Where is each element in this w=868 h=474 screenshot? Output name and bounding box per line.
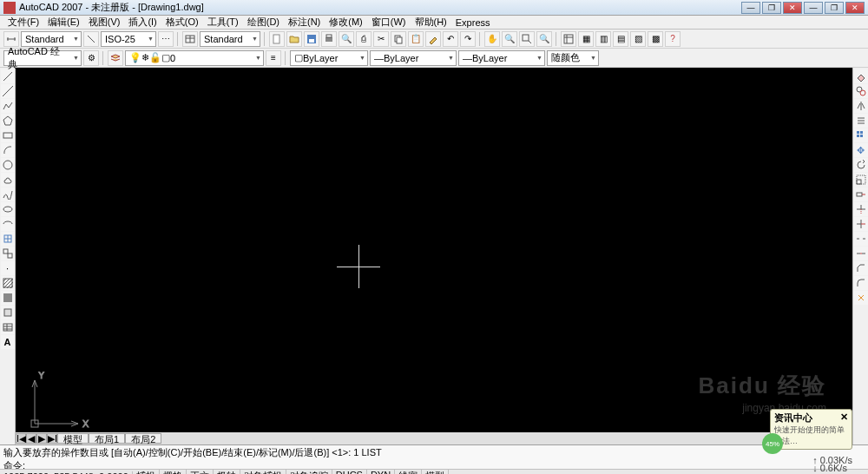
array-icon[interactable]: [854, 128, 868, 142]
menu-item[interactable]: 标注(N): [284, 15, 325, 30]
tab-nav-button[interactable]: ▶: [36, 433, 47, 444]
color-dropdown[interactable]: ▢ ByLayer: [290, 50, 368, 66]
tablestyle-dropdown[interactable]: Standard: [200, 31, 260, 47]
pline-icon[interactable]: [1, 99, 15, 113]
layer-dropdown[interactable]: 💡❄🔓▢ 0: [125, 50, 264, 66]
tablestyle-icon[interactable]: [182, 31, 198, 47]
move-icon[interactable]: ✥: [854, 143, 868, 157]
polygon-icon[interactable]: [1, 114, 15, 128]
mirror-icon[interactable]: [854, 99, 868, 113]
status-mode-button[interactable]: 对象追踪: [286, 470, 332, 474]
dim-update-icon[interactable]: ⋯: [158, 31, 174, 47]
table-icon[interactable]: [1, 320, 15, 334]
command-line[interactable]: 输入要放弃的操作数目或 [自动(A)/控制(C)/开始(BE)/结束(E)/标记…: [0, 444, 868, 469]
trim-icon[interactable]: [854, 202, 868, 216]
help-icon[interactable]: ?: [665, 31, 681, 47]
zoom-prev-icon[interactable]: 🔍: [536, 31, 552, 47]
status-mode-button[interactable]: 模型: [422, 470, 449, 474]
status-mode-button[interactable]: DYN: [367, 470, 395, 474]
menu-item[interactable]: 帮助(H): [411, 15, 451, 30]
mtext-icon[interactable]: A: [1, 335, 15, 349]
menu-item[interactable]: 格式(O): [161, 15, 203, 30]
rotate-icon[interactable]: [854, 158, 868, 172]
status-mode-button[interactable]: 线宽: [395, 470, 422, 474]
coordinates[interactable]: 1035.7020, 535.5448, 0.0000: [0, 471, 133, 475]
dimstyle-dropdown[interactable]: ISO-25: [101, 31, 156, 47]
calc-icon[interactable]: ▩: [648, 31, 663, 47]
status-mode-button[interactable]: DUCS: [332, 470, 367, 474]
extend-icon[interactable]: [854, 217, 868, 231]
save-icon[interactable]: [304, 31, 319, 47]
xline-icon[interactable]: [1, 84, 15, 98]
menu-item[interactable]: 绘图(D): [243, 15, 284, 30]
status-mode-button[interactable]: 对象捕捉: [240, 470, 286, 474]
chamfer-icon[interactable]: [854, 261, 868, 275]
menu-item[interactable]: 视图(V): [84, 15, 125, 30]
print-icon[interactable]: [321, 31, 337, 47]
block-icon[interactable]: [1, 247, 15, 260]
linetype-dropdown[interactable]: — ByLayer: [370, 50, 457, 66]
undo-icon[interactable]: ↶: [443, 31, 458, 47]
layout-tab[interactable]: 布局1: [89, 433, 125, 444]
rectangle-icon[interactable]: [1, 128, 15, 142]
status-mode-button[interactable]: 捕捉: [133, 470, 160, 474]
doc-close-button[interactable]: ✕: [845, 2, 865, 14]
scale-icon[interactable]: [854, 173, 868, 187]
pan-icon[interactable]: ✋: [484, 31, 500, 47]
menu-item[interactable]: 插入(I): [124, 15, 161, 30]
properties-icon[interactable]: [561, 31, 576, 47]
matchprop-icon[interactable]: [425, 31, 441, 47]
menu-item[interactable]: 文件(F): [3, 15, 43, 30]
redo-icon[interactable]: ↷: [460, 31, 476, 47]
menu-item[interactable]: 编辑(E): [43, 15, 84, 30]
layout-tab[interactable]: 模型: [57, 433, 89, 444]
hatch-icon[interactable]: [1, 276, 15, 290]
popup-close-icon[interactable]: ✕: [840, 411, 848, 425]
preview-icon[interactable]: 🔍: [339, 31, 354, 47]
region-icon[interactable]: [1, 306, 15, 319]
plotstyle-dropdown[interactable]: 随颜色: [547, 50, 599, 66]
revcloud-icon[interactable]: [1, 173, 15, 187]
cut-icon[interactable]: ✂: [373, 31, 389, 47]
menu-item[interactable]: 修改(M): [325, 15, 367, 30]
restore-button[interactable]: ❐: [762, 2, 781, 14]
gradient-icon[interactable]: [1, 291, 15, 305]
break-icon[interactable]: [854, 232, 868, 246]
ellipsearc-icon[interactable]: [1, 217, 15, 231]
copy-icon[interactable]: [391, 31, 406, 47]
zoom-win-icon[interactable]: [519, 31, 535, 47]
menu-item[interactable]: 工具(T): [203, 15, 243, 30]
paste-icon[interactable]: 📋: [408, 31, 424, 47]
stretch-icon[interactable]: [854, 188, 868, 201]
dc-icon[interactable]: ▦: [578, 31, 594, 47]
menu-item[interactable]: Express: [451, 16, 495, 29]
status-mode-button[interactable]: 栅格: [160, 470, 187, 474]
lineweight-dropdown[interactable]: — ByLayer: [458, 50, 545, 66]
erase-icon[interactable]: [854, 69, 868, 83]
doc-minimize-button[interactable]: —: [804, 2, 823, 14]
markup-icon[interactable]: ▧: [630, 31, 646, 47]
copy-obj-icon[interactable]: [854, 84, 868, 98]
new-icon[interactable]: [269, 31, 285, 47]
publish-icon[interactable]: ⎙: [356, 31, 372, 47]
explode-icon[interactable]: [854, 291, 868, 305]
insert-icon[interactable]: [1, 232, 15, 246]
doc-restore-button[interactable]: ❐: [825, 2, 844, 14]
ws-settings-icon[interactable]: ⚙: [83, 50, 99, 66]
layout-tab[interactable]: 布局2: [125, 433, 161, 444]
ellipse-icon[interactable]: [1, 202, 15, 216]
tab-nav-button[interactable]: I◀: [16, 433, 26, 444]
join-icon[interactable]: [854, 247, 868, 260]
close-button[interactable]: ✕: [783, 2, 802, 14]
line-icon[interactable]: [1, 69, 15, 83]
tab-nav-button[interactable]: ◀: [26, 433, 36, 444]
tab-nav-button[interactable]: ▶I: [47, 433, 57, 444]
tp-icon[interactable]: ▥: [595, 31, 611, 47]
workspace-dropdown[interactable]: AutoCAD 经典: [3, 50, 82, 66]
status-mode-button[interactable]: 极轴: [214, 470, 240, 474]
point-icon[interactable]: ·: [1, 261, 15, 275]
circle-icon[interactable]: [1, 158, 15, 172]
layer-prev-icon[interactable]: ≡: [266, 50, 281, 66]
minimize-button[interactable]: —: [741, 2, 760, 14]
drawing-canvas[interactable]: Y X Baidu 经验 jingyan.baidu.com I◀◀▶▶I模型布…: [16, 68, 852, 444]
